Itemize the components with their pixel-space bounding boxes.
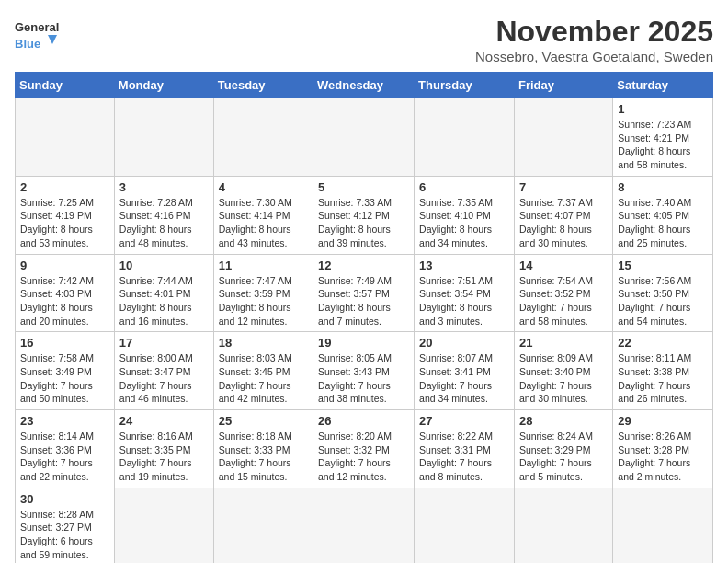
- day-info: Sunrise: 7:40 AMSunset: 4:05 PMDaylight:…: [618, 196, 708, 250]
- day-info: Sunrise: 8:11 AMSunset: 3:38 PMDaylight:…: [618, 351, 708, 406]
- day-number: 14: [519, 259, 608, 272]
- weekday-header-tuesday: Tuesday: [213, 73, 313, 98]
- calendar-cell: 23Sunrise: 8:14 AMSunset: 3:36 PMDayligh…: [16, 410, 115, 488]
- day-info: Sunrise: 7:33 AMSunset: 4:12 PMDaylight:…: [318, 196, 409, 250]
- calendar-cell: [16, 98, 115, 177]
- calendar-cell: 20Sunrise: 8:07 AMSunset: 3:41 PMDayligh…: [415, 332, 515, 410]
- day-info: Sunrise: 8:09 AMSunset: 3:40 PMDaylight:…: [519, 351, 608, 406]
- calendar-cell: 12Sunrise: 7:49 AMSunset: 3:57 PMDayligh…: [313, 254, 415, 332]
- day-number: 10: [119, 259, 209, 272]
- day-number: 18: [219, 336, 308, 350]
- calendar-cell: 6Sunrise: 7:35 AMSunset: 4:10 PMDaylight…: [415, 176, 515, 254]
- title-area: November 2025 Nossebro, Vaestra Goetalan…: [475, 15, 713, 64]
- day-number: 5: [318, 180, 409, 194]
- day-number: 15: [618, 259, 708, 272]
- day-number: 21: [519, 336, 608, 350]
- day-info: Sunrise: 7:42 AMSunset: 4:03 PMDaylight:…: [20, 274, 109, 328]
- svg-text:Blue: Blue: [15, 37, 40, 51]
- day-info: Sunrise: 8:18 AMSunset: 3:33 PMDaylight:…: [219, 430, 308, 484]
- calendar-cell: 30Sunrise: 8:28 AMSunset: 3:27 PMDayligh…: [16, 488, 115, 563]
- weekday-header-thursday: Thursday: [415, 73, 515, 98]
- day-info: Sunrise: 7:49 AMSunset: 3:57 PMDaylight:…: [318, 274, 409, 328]
- calendar-cell: [514, 98, 612, 177]
- weekday-header-wednesday: Wednesday: [313, 73, 415, 98]
- calendar-cell: 7Sunrise: 7:37 AMSunset: 4:07 PMDaylight…: [514, 176, 612, 254]
- calendar-cell: 10Sunrise: 7:44 AMSunset: 4:01 PMDayligh…: [114, 254, 213, 332]
- day-number: 25: [219, 414, 308, 428]
- calendar-cell: [313, 98, 415, 177]
- day-info: Sunrise: 8:20 AMSunset: 3:32 PMDaylight:…: [318, 430, 409, 484]
- day-number: 23: [20, 414, 109, 428]
- day-info: Sunrise: 7:47 AMSunset: 3:59 PMDaylight:…: [219, 274, 308, 328]
- day-number: 20: [419, 336, 509, 350]
- calendar-cell: 11Sunrise: 7:47 AMSunset: 3:59 PMDayligh…: [213, 254, 313, 332]
- day-number: 19: [318, 336, 409, 350]
- calendar-cell: 14Sunrise: 7:54 AMSunset: 3:52 PMDayligh…: [514, 254, 612, 332]
- day-number: 13: [419, 259, 509, 272]
- calendar-cell: 17Sunrise: 8:00 AMSunset: 3:47 PMDayligh…: [114, 332, 213, 410]
- day-info: Sunrise: 8:16 AMSunset: 3:35 PMDaylight:…: [119, 430, 209, 484]
- day-number: 6: [419, 180, 509, 194]
- calendar-table: SundayMondayTuesdayWednesdayThursdayFrid…: [15, 72, 713, 563]
- month-year-title: November 2025: [475, 15, 713, 49]
- calendar-cell: [313, 488, 415, 563]
- calendar-cell: 18Sunrise: 8:03 AMSunset: 3:45 PMDayligh…: [213, 332, 313, 410]
- calendar-cell: 26Sunrise: 8:20 AMSunset: 3:32 PMDayligh…: [313, 410, 415, 488]
- day-info: Sunrise: 7:37 AMSunset: 4:07 PMDaylight:…: [519, 196, 608, 250]
- day-info: Sunrise: 8:28 AMSunset: 3:27 PMDaylight:…: [20, 508, 109, 562]
- calendar-cell: 1Sunrise: 7:23 AMSunset: 4:21 PMDaylight…: [613, 98, 713, 177]
- calendar-cell: 5Sunrise: 7:33 AMSunset: 4:12 PMDaylight…: [313, 176, 415, 254]
- calendar-cell: [514, 488, 612, 563]
- header: General Blue November 2025 Nossebro, Vae…: [15, 15, 713, 64]
- day-number: 12: [318, 259, 409, 272]
- calendar-body: 1Sunrise: 7:23 AMSunset: 4:21 PMDaylight…: [16, 98, 713, 564]
- day-number: 3: [119, 180, 209, 194]
- calendar-cell: 22Sunrise: 8:11 AMSunset: 3:38 PMDayligh…: [613, 332, 713, 410]
- calendar-cell: 21Sunrise: 8:09 AMSunset: 3:40 PMDayligh…: [514, 332, 612, 410]
- day-info: Sunrise: 7:58 AMSunset: 3:49 PMDaylight:…: [20, 351, 109, 406]
- calendar-week-4: 16Sunrise: 7:58 AMSunset: 3:49 PMDayligh…: [16, 332, 713, 410]
- day-info: Sunrise: 8:05 AMSunset: 3:43 PMDaylight:…: [318, 351, 409, 406]
- calendar-cell: 27Sunrise: 8:22 AMSunset: 3:31 PMDayligh…: [415, 410, 515, 488]
- logo-icon: General Blue: [15, 15, 61, 52]
- calendar-week-2: 2Sunrise: 7:25 AMSunset: 4:19 PMDaylight…: [16, 176, 713, 254]
- day-info: Sunrise: 8:00 AMSunset: 3:47 PMDaylight:…: [119, 351, 209, 406]
- calendar-cell: 2Sunrise: 7:25 AMSunset: 4:19 PMDaylight…: [16, 176, 115, 254]
- day-number: 24: [119, 414, 209, 428]
- day-info: Sunrise: 8:07 AMSunset: 3:41 PMDaylight:…: [419, 351, 509, 406]
- day-number: 1: [618, 102, 708, 116]
- calendar-cell: [114, 98, 213, 177]
- logo: General Blue: [15, 15, 61, 52]
- day-number: 26: [318, 414, 409, 428]
- calendar-week-1: 1Sunrise: 7:23 AMSunset: 4:21 PMDaylight…: [16, 98, 713, 177]
- calendar-cell: 29Sunrise: 8:26 AMSunset: 3:28 PMDayligh…: [613, 410, 713, 488]
- day-info: Sunrise: 7:23 AMSunset: 4:21 PMDaylight:…: [618, 118, 708, 172]
- day-number: 4: [219, 180, 308, 194]
- calendar-cell: [415, 488, 515, 563]
- day-info: Sunrise: 7:25 AMSunset: 4:19 PMDaylight:…: [20, 196, 109, 250]
- day-info: Sunrise: 7:35 AMSunset: 4:10 PMDaylight:…: [419, 196, 509, 250]
- day-number: 8: [618, 180, 708, 194]
- calendar-cell: 9Sunrise: 7:42 AMSunset: 4:03 PMDaylight…: [16, 254, 115, 332]
- day-info: Sunrise: 7:54 AMSunset: 3:52 PMDaylight:…: [519, 274, 608, 328]
- weekday-header-friday: Friday: [514, 73, 612, 98]
- calendar-cell: 3Sunrise: 7:28 AMSunset: 4:16 PMDaylight…: [114, 176, 213, 254]
- calendar-cell: 25Sunrise: 8:18 AMSunset: 3:33 PMDayligh…: [213, 410, 313, 488]
- location-subtitle: Nossebro, Vaestra Goetaland, Sweden: [475, 49, 713, 64]
- calendar-cell: [213, 488, 313, 563]
- calendar-header: SundayMondayTuesdayWednesdayThursdayFrid…: [16, 73, 713, 98]
- day-info: Sunrise: 8:24 AMSunset: 3:29 PMDaylight:…: [519, 430, 608, 484]
- svg-marker-1: [48, 35, 57, 44]
- calendar-cell: 19Sunrise: 8:05 AMSunset: 3:43 PMDayligh…: [313, 332, 415, 410]
- day-number: 11: [219, 259, 308, 272]
- calendar-cell: 16Sunrise: 7:58 AMSunset: 3:49 PMDayligh…: [16, 332, 115, 410]
- calendar-cell: 15Sunrise: 7:56 AMSunset: 3:50 PMDayligh…: [613, 254, 713, 332]
- day-number: 30: [20, 492, 109, 506]
- day-info: Sunrise: 7:44 AMSunset: 4:01 PMDaylight:…: [119, 274, 209, 328]
- day-number: 28: [519, 414, 608, 428]
- day-number: 29: [618, 414, 708, 428]
- day-info: Sunrise: 7:51 AMSunset: 3:54 PMDaylight:…: [419, 274, 509, 328]
- weekday-header-saturday: Saturday: [613, 73, 713, 98]
- svg-text:General: General: [15, 20, 59, 34]
- day-number: 2: [20, 180, 109, 194]
